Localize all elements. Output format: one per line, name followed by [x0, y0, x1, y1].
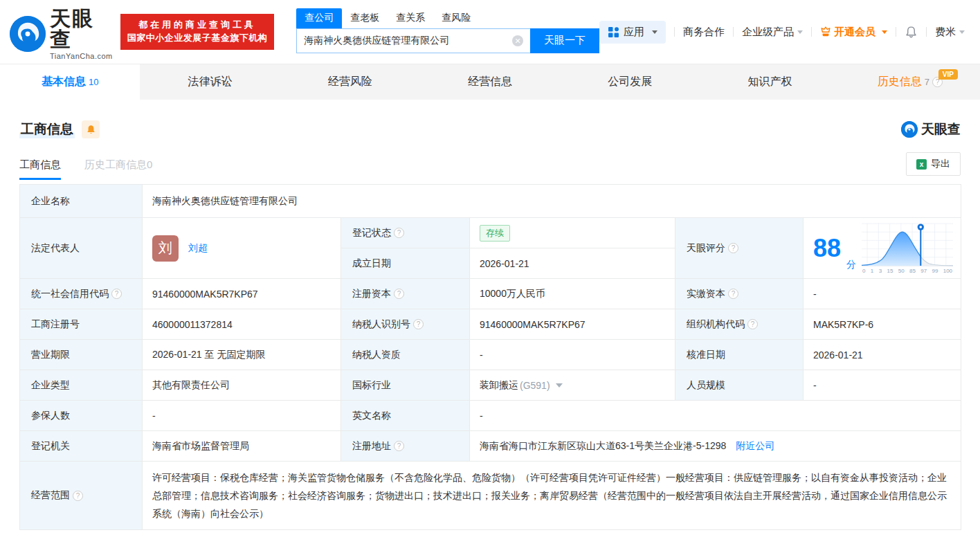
tab-operating-info[interactable]: 经营信息: [420, 64, 560, 100]
help-icon[interactable]: ?: [394, 228, 404, 238]
field-label-staff-size: 人员规模: [675, 370, 804, 401]
business-cooperation-link[interactable]: 商务合作: [683, 26, 725, 39]
field-value-insured-count: -: [143, 401, 341, 431]
field-value-reg-status: 存续: [470, 218, 675, 248]
promo-banner: 都在用的商业查询工具 国家中小企业发展子基金旗下机构: [120, 14, 275, 50]
legal-rep-avatar[interactable]: 刘: [152, 235, 179, 262]
help-icon[interactable]: ?: [747, 319, 758, 329]
search-tab-relation[interactable]: 查关系: [388, 8, 433, 28]
field-value-taxpayer-quality: -: [470, 340, 675, 370]
field-label-insured-count: 参保人数: [20, 401, 143, 431]
help-icon[interactable]: ?: [111, 289, 122, 299]
field-label-taxpayer-quality: 纳税人资质: [341, 340, 470, 370]
field-label-credit-code: 统一社会信用代码 ?: [20, 279, 143, 309]
tab-basic-info[interactable]: 基本信息 10: [0, 64, 140, 100]
tab-operating-risk[interactable]: 经营风险: [280, 64, 420, 100]
field-value-staff-size: -: [804, 370, 961, 401]
industry-code: (G591): [520, 380, 550, 391]
field-value-business-term: 2026-01-21 至 无固定期限: [143, 340, 341, 370]
help-icon[interactable]: ?: [394, 441, 404, 451]
address-text: 海南省海口市江东新区琼山大道63-1号美兰企业港-5-1298: [480, 440, 726, 453]
bell-icon: [86, 125, 96, 135]
notifications-bell-icon[interactable]: [905, 26, 918, 39]
help-icon[interactable]: ?: [728, 289, 738, 299]
field-value-taxpayer-id: 91460000MAK5R7KP67: [470, 309, 675, 340]
subtab-business-info[interactable]: 工商信息: [19, 158, 61, 180]
chevron-down-icon: [882, 30, 887, 34]
main-content: 工商信息 天眼查 工商信息 历史工商信息0 x 导出: [0, 120, 980, 530]
chevron-down-icon: [797, 30, 803, 34]
chevron-down-icon: [652, 30, 657, 34]
search-tab-boss[interactable]: 查老板: [342, 8, 388, 28]
help-icon[interactable]: ?: [413, 319, 424, 329]
help-icon[interactable]: ?: [73, 491, 83, 501]
tab-intellectual-property[interactable]: 知识产权: [700, 64, 840, 100]
export-button[interactable]: x 导出: [906, 152, 961, 176]
table-row: 经营范围 ? 许可经营项目：保税仓库经营；海关监管货物仓储服务（不含危险化学品、…: [20, 462, 961, 530]
score-value: 88: [813, 236, 841, 261]
field-label-approval-date: 核准日期: [675, 340, 804, 370]
promo-line2: 国家中小企业发展子基金旗下机构: [127, 32, 268, 45]
tab-history-info[interactable]: VIP 历史信息 7 ?: [840, 64, 980, 100]
field-label-paid-capital: 实缴资本 ?: [675, 279, 804, 309]
open-membership-menu[interactable]: 开通会员: [820, 26, 887, 39]
field-label-taxpayer-id: 纳税人识别号 ?: [341, 309, 470, 340]
tab-company-development[interactable]: 公司发展: [560, 64, 700, 100]
table-row: 登记机关 海南省市场监督管理局 注册地址 ? 海南省海口市江东新区琼山大道63-…: [20, 431, 961, 462]
field-label-business-term: 营业期限: [20, 340, 143, 370]
nearby-companies-link[interactable]: 附近公司: [736, 440, 774, 453]
field-label-establish-date: 成立日期: [341, 248, 470, 279]
table-row: 企业名称 海南神火奥德供应链管理有限公司: [20, 185, 961, 218]
divider: [733, 27, 734, 37]
tab-legal-proceedings[interactable]: 法律诉讼: [140, 64, 280, 100]
search-area: 查公司 查老板 查关系 查风险 ✕ 天眼一下: [296, 8, 599, 53]
watermark-text: 天眼查: [921, 120, 961, 138]
score-unit: 分: [846, 259, 856, 271]
search-submit-button[interactable]: 天眼一下: [530, 28, 599, 53]
help-icon[interactable]: ?: [728, 243, 738, 253]
field-value-org-code: MAK5R7KP-6: [804, 309, 961, 340]
field-value-company-type: 其他有限责任公司: [143, 370, 341, 401]
industry-expand-chevron-icon[interactable]: [556, 383, 563, 388]
tab-history-count: 7: [925, 77, 929, 87]
field-label-reg-authority: 登记机关: [20, 431, 143, 462]
field-label-company-name: 企业名称: [20, 185, 143, 218]
excel-icon: x: [916, 159, 927, 170]
field-value-legal-rep: 刘 刘超: [143, 218, 341, 279]
subtab-history-business-info[interactable]: 历史工商信息0: [84, 158, 152, 180]
table-row: 参保人数 - 英文名称 -: [20, 401, 961, 431]
search-tab-company[interactable]: 查公司: [296, 8, 342, 28]
username: 费米: [935, 26, 956, 39]
tianyancha-logo[interactable]: 天眼查 TianYanCha.com: [10, 8, 114, 60]
divider: [926, 27, 927, 37]
enterprise-product-menu[interactable]: 企业级产品: [742, 26, 803, 39]
field-value-reg-authority: 海南省市场监督管理局: [143, 431, 341, 462]
apps-menu-button[interactable]: 应用: [599, 21, 666, 44]
table-row: 工商注册号 460000011372814 纳税人识别号 ? 91460000M…: [20, 309, 961, 340]
search-tab-risk[interactable]: 查风险: [433, 8, 479, 28]
top-nav: 应用 商务合作 企业级产品 开通会员 费米: [599, 21, 965, 44]
field-value-credit-code: 91460000MAK5R7KP67: [143, 279, 341, 309]
field-value-paid-capital: -: [804, 279, 961, 309]
user-account-menu[interactable]: 费米: [935, 26, 965, 39]
monitor-bell-button[interactable]: [82, 120, 100, 138]
field-value-business-scope: 许可经营项目：保税仓库经营；海关监管货物仓储服务（不含危险化学品、危险货物）（许…: [143, 462, 961, 530]
help-icon[interactable]: ?: [394, 289, 404, 299]
field-value-industry: 装卸搬运 (G591): [470, 370, 675, 401]
clear-search-icon[interactable]: ✕: [512, 35, 523, 46]
field-value-approval-date: 2026-01-21: [804, 340, 961, 370]
tianyancha-logo-icon: [901, 121, 918, 138]
field-label-reg-capital: 注册资本 ?: [341, 279, 470, 309]
business-info-table: 企业名称 海南神火奥德供应链管理有限公司 法定代表人 刘 刘超 登记状态 ? 存…: [19, 184, 961, 530]
field-value-establish-date: 2026-01-21: [470, 248, 675, 279]
promo-line1: 都在用的商业查询工具: [127, 19, 268, 32]
field-label-org-code: 组织机构代码 ?: [675, 309, 804, 340]
field-value-score: 88 分: [804, 218, 961, 279]
field-label-company-type: 企业类型: [20, 370, 143, 401]
tianyancha-logo-icon: [10, 16, 46, 52]
search-input[interactable]: [296, 28, 530, 53]
legal-rep-link[interactable]: 刘超: [188, 242, 208, 255]
crown-icon: [820, 26, 831, 37]
apps-label: 应用: [624, 26, 644, 39]
vip-badge: VIP: [938, 69, 958, 80]
